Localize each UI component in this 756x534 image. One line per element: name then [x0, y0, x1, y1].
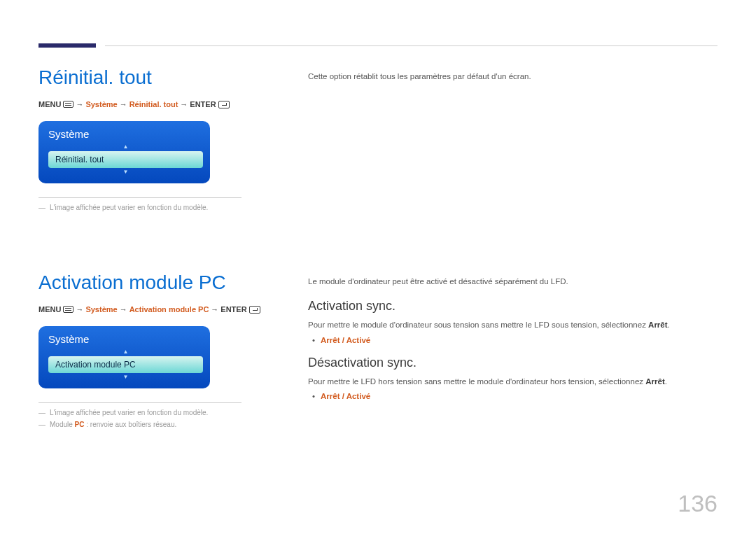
footnote-image-vary-1: ― L'image affichée peut varier en foncti… [38, 204, 280, 211]
breadcrumb-activation: MENU → Système → Activation module PC → … [38, 305, 280, 314]
divider [38, 402, 241, 403]
heading-desactivation-sync: Désactivation sync. [308, 356, 718, 370]
section2-intro: Le module d'ordinateur peut être activé … [308, 276, 718, 288]
arrow-icon: → [211, 305, 218, 314]
footnote-dash-icon: ― [38, 409, 46, 416]
footnote-dash-icon: ― [38, 421, 46, 428]
breadcrumb-reinitial: MENU → Système → Réinitial. tout → ENTER [38, 100, 280, 108]
footnote-dash-icon: ― [38, 204, 46, 211]
bc-enter-label: ENTER [220, 305, 246, 314]
footnote2-pre: Module [50, 421, 73, 428]
menu-icon [63, 101, 74, 108]
osd-title: Système [48, 128, 203, 140]
page-number: 136 [678, 490, 718, 517]
footnote-module-pc: ― Module PC : renvoie aux boîtiers résea… [38, 421, 280, 428]
footnote2-pc: PC [75, 421, 85, 428]
bc-menu-label: MENU [38, 305, 61, 314]
divider [38, 197, 241, 198]
osd-row-activation: Activation module PC [48, 356, 203, 373]
text-pre: Pour mettre le module d'ordinateur sous … [308, 321, 648, 329]
bc-enter-label: ENTER [190, 100, 216, 108]
section2-title: Activation module PC [38, 272, 280, 294]
text-pre: Pour mettre le LFD hors tension sans met… [308, 377, 645, 386]
chevron-up-icon: ▲ [48, 144, 203, 150]
header-accent-bar [38, 43, 96, 48]
menu-icon [63, 306, 74, 313]
desactivation-sync-text: Pour mettre le LFD hors tension sans met… [308, 376, 718, 388]
footnote-text: L'image affichée peut varier en fonction… [50, 409, 208, 416]
section1-description: Cette option rétablit tous les paramètre… [308, 71, 718, 83]
footnote-text: Module PC : renvoie aux boîtiers réseau. [50, 421, 176, 428]
osd-row-reinitial: Réinitial. tout [48, 151, 203, 168]
bullet-icon: • [312, 336, 315, 344]
header-rule [105, 45, 718, 46]
bc-systeme: Système [85, 305, 117, 314]
options-values: Arrêt / Activé [321, 336, 370, 344]
section-reinitial: Réinitial. tout MENU → Système → Réiniti… [38, 66, 718, 216]
arrow-icon: → [76, 305, 83, 314]
arrow-icon: → [180, 100, 188, 108]
text-bold-arret: Arrêt [645, 377, 664, 386]
osd-panel-activation: Système ▲ Activation module PC ▼ [38, 326, 210, 388]
footnote2-post: : renvoie aux boîtiers réseau. [86, 421, 176, 428]
bc-item: Activation module PC [130, 305, 209, 314]
chevron-down-icon: ▼ [48, 169, 203, 175]
footnote-text: L'image affichée peut varier en fonction… [50, 204, 208, 211]
arrow-icon: → [120, 100, 127, 108]
activation-sync-text: Pour mettre le module d'ordinateur sous … [308, 319, 718, 331]
heading-activation-sync: Activation sync. [308, 299, 718, 314]
arrow-icon: → [76, 100, 83, 108]
options-row-activation: • Arrêt / Activé [312, 336, 718, 344]
enter-icon [218, 101, 230, 108]
chevron-up-icon: ▲ [48, 349, 203, 355]
bc-menu-label: MENU [38, 100, 61, 108]
section-activation-pc: Activation module PC MENU → Système → Ac… [38, 272, 718, 433]
osd-title: Système [48, 333, 203, 345]
footnote-image-vary-2: ― L'image affichée peut varier en foncti… [38, 409, 280, 416]
chevron-down-icon: ▼ [48, 374, 203, 380]
text-bold-arret: Arrêt [648, 321, 667, 329]
enter-icon [249, 306, 260, 314]
bc-systeme: Système [85, 100, 117, 108]
options-values: Arrêt / Activé [321, 392, 370, 400]
section1-title: Réinitial. tout [38, 66, 280, 89]
options-row-desactivation: • Arrêt / Activé [312, 392, 718, 400]
osd-panel-reinitial: Système ▲ Réinitial. tout ▼ [38, 121, 210, 183]
arrow-icon: → [120, 305, 127, 314]
bc-item: Réinitial. tout [130, 100, 178, 108]
bullet-icon: • [312, 392, 315, 400]
